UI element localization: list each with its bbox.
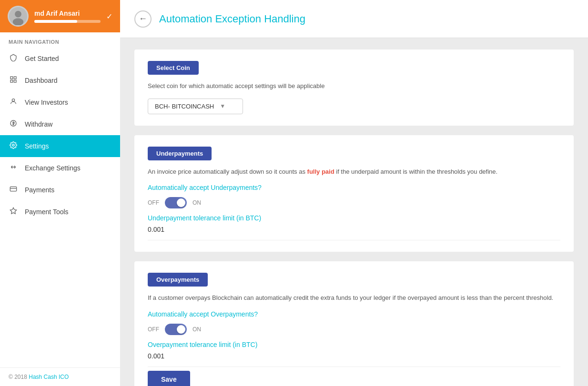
sidebar-item-label: Get Started xyxy=(25,55,59,62)
svg-rect-5 xyxy=(10,80,13,82)
underpayment-toggle[interactable] xyxy=(165,197,187,208)
svg-point-1 xyxy=(15,11,21,18)
sidebar: md Arif Ansari ✓ MAIN NAVIGATION Get Sta… xyxy=(0,0,120,386)
sidebar-item-exchange-settings[interactable]: Exchange Settings xyxy=(0,157,120,179)
tools-icon xyxy=(9,207,18,217)
svg-point-9 xyxy=(12,144,14,146)
toggle-off-label: OFF xyxy=(148,199,159,206)
sidebar-item-label: Settings xyxy=(25,142,49,150)
toggle-on-label-2: ON xyxy=(193,326,201,333)
footer-copy: © 2018 xyxy=(9,374,27,380)
coin-select-dropdown[interactable]: BCH- BITCOINCASH ▼ xyxy=(148,99,243,114)
user-icon xyxy=(9,98,18,107)
underpayments-description: An invoice price automatically adjust do… xyxy=(148,167,560,177)
main-content: ← Automation Exception Handling Select C… xyxy=(120,0,588,386)
back-button[interactable]: ← xyxy=(134,10,152,28)
avatar xyxy=(8,6,29,27)
underpayments-section: Underpayments An invoice price automatic… xyxy=(134,135,574,252)
sidebar-item-payment-tools[interactable]: Payment Tools xyxy=(0,201,120,223)
sidebar-item-label: Payment Tools xyxy=(25,208,69,216)
svg-rect-3 xyxy=(10,77,13,79)
dollar-icon xyxy=(9,119,18,129)
svg-rect-10 xyxy=(10,187,16,191)
underpayment-toggle-row: OFF ON xyxy=(148,197,560,208)
select-coin-description: Select coin for which automatic accept s… xyxy=(148,81,560,91)
sidebar-item-withdraw[interactable]: Withdraw xyxy=(0,113,120,135)
overpayment-tolerance-value: 0.001 xyxy=(148,352,560,367)
checkmark-icon: ✓ xyxy=(106,12,112,21)
footer-link[interactable]: Hash Cash ICO xyxy=(29,374,69,380)
underpayments-badge: Underpayments xyxy=(148,147,212,160)
sidebar-header: md Arif Ansari ✓ xyxy=(0,0,120,32)
svg-point-7 xyxy=(12,99,14,101)
svg-rect-4 xyxy=(14,77,16,79)
sidebar-item-label: Payments xyxy=(25,186,54,194)
svg-rect-6 xyxy=(14,80,16,82)
sidebar-footer: © 2018 Hash Cash ICO xyxy=(0,367,120,386)
progress-bar-fill xyxy=(34,20,77,23)
user-info: md Arif Ansari xyxy=(34,10,101,23)
toggle-thumb-2 xyxy=(177,325,185,334)
nav-label: MAIN NAVIGATION xyxy=(0,32,120,48)
nav-items: Get Started Dashboard View Investors Wit… xyxy=(0,48,120,367)
overpayments-description: If a customer overpays Blockchain can au… xyxy=(148,293,560,303)
sidebar-item-payments[interactable]: Payments xyxy=(0,179,120,201)
overpayments-section: Overpayments If a customer overpays Bloc… xyxy=(134,261,574,386)
auto-accept-underpayments-label: Automatically accept Underpayments? xyxy=(148,184,560,191)
toggle-track xyxy=(165,197,187,208)
exchange-icon xyxy=(9,163,18,173)
toggle-off-label-2: OFF xyxy=(148,326,159,333)
highlight-text: fully paid xyxy=(307,168,335,175)
dropdown-arrow-icon: ▼ xyxy=(220,103,225,109)
sidebar-item-settings[interactable]: Settings xyxy=(0,135,120,157)
select-coin-badge: Select Coin xyxy=(148,61,199,75)
svg-marker-11 xyxy=(10,208,16,214)
page-header: ← Automation Exception Handling xyxy=(120,0,588,38)
toggle-thumb xyxy=(177,198,185,207)
underpayment-tolerance-value: 0.001 xyxy=(148,226,560,240)
save-button[interactable]: Save xyxy=(148,371,190,386)
payments-icon xyxy=(9,185,18,195)
overpayment-tolerance-label: Overpayment tolerance limit (in BTC) xyxy=(148,341,560,348)
gear-icon xyxy=(9,141,18,151)
auto-accept-overpayments-label: Automatically accept Overpayments? xyxy=(148,310,560,318)
toggle-track-2 xyxy=(165,324,187,335)
shield-icon xyxy=(9,54,18,63)
sidebar-item-label: View Investors xyxy=(25,99,68,106)
content-area: Select Coin Select coin for which automa… xyxy=(120,38,588,386)
username: md Arif Ansari xyxy=(34,10,101,17)
sidebar-item-view-investors[interactable]: View Investors xyxy=(0,91,120,113)
dashboard-icon xyxy=(9,76,18,85)
underpayment-tolerance-label: Underpayment tolerance limit (in BTC) xyxy=(148,214,560,222)
page-title: Automation Exception Handling xyxy=(159,13,305,25)
overpayment-toggle-row: OFF ON xyxy=(148,324,560,335)
overpayment-toggle[interactable] xyxy=(165,324,187,335)
sidebar-item-label: Exchange Settings xyxy=(25,164,81,172)
sidebar-item-get-started[interactable]: Get Started xyxy=(0,48,120,69)
back-icon: ← xyxy=(139,14,147,24)
sidebar-item-dashboard[interactable]: Dashboard xyxy=(0,69,120,91)
toggle-on-label: ON xyxy=(193,199,201,206)
selected-coin-label: BCH- BITCOINCASH xyxy=(155,103,214,110)
overpayments-badge: Overpayments xyxy=(148,273,208,287)
sidebar-item-label: Withdraw xyxy=(25,120,52,128)
select-coin-section: Select Coin Select coin for which automa… xyxy=(134,49,574,126)
progress-bar-track xyxy=(34,20,101,23)
sidebar-item-label: Dashboard xyxy=(25,77,58,84)
